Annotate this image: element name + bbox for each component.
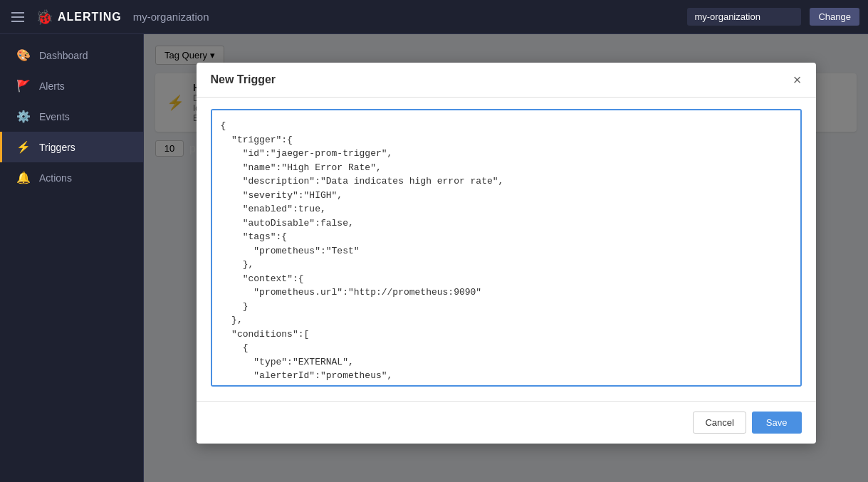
sidebar-nav: 🎨 Dashboard 🚩 Alerts ⚙️ Events ⚡ Trigger…	[0, 40, 143, 193]
triggers-icon: ⚡	[16, 140, 31, 154]
modal-close-button[interactable]: ×	[793, 73, 802, 87]
json-editor[interactable]	[211, 109, 802, 387]
org-name-header: my-organization	[133, 11, 209, 23]
sidebar-item-dashboard[interactable]: 🎨 Dashboard	[0, 40, 143, 70]
hamburger-menu[interactable]	[9, 9, 27, 25]
actions-icon: 🔔	[16, 171, 31, 184]
org-input[interactable]	[687, 8, 801, 26]
modal-overlay: New Trigger × Cancel Save	[144, 34, 868, 482]
sidebar-item-label: Actions	[39, 172, 72, 184]
alerts-icon: 🚩	[16, 79, 31, 93]
sidebar-item-actions[interactable]: 🔔 Actions	[0, 162, 143, 193]
sidebar-item-alerts[interactable]: 🚩 Alerts	[0, 70, 143, 101]
sidebar-item-label: Triggers	[39, 142, 75, 153]
sidebar-item-label: Alerts	[39, 80, 65, 92]
sidebar-item-label: Events	[39, 111, 70, 122]
sidebar-item-label: Dashboard	[39, 50, 88, 61]
modal-title: New Trigger	[211, 73, 276, 86]
change-button[interactable]: Change	[810, 8, 859, 26]
logo-icon: 🐞	[36, 9, 53, 26]
app-logo: 🐞 ALERTING	[36, 9, 122, 26]
sidebar-item-triggers[interactable]: ⚡ Triggers	[0, 132, 143, 162]
new-trigger-modal: New Trigger × Cancel Save	[197, 63, 816, 444]
app-title: ALERTING	[58, 11, 122, 23]
dashboard-icon: 🎨	[16, 48, 31, 62]
modal-footer: Cancel Save	[197, 401, 816, 444]
sidebar-item-events[interactable]: ⚙️ Events	[0, 101, 143, 132]
events-icon: ⚙️	[16, 110, 31, 123]
modal-body	[197, 98, 816, 401]
save-button[interactable]: Save	[752, 412, 802, 434]
cancel-button[interactable]: Cancel	[693, 412, 746, 434]
modal-header: New Trigger ×	[197, 63, 816, 98]
